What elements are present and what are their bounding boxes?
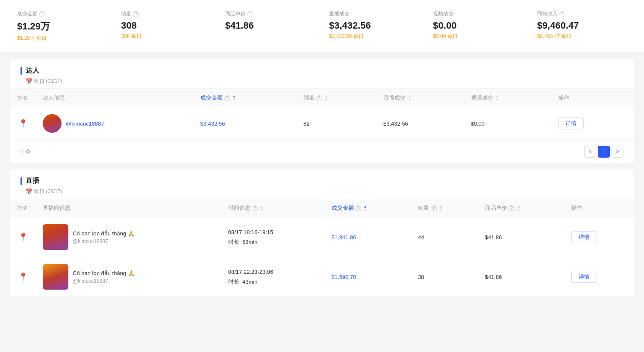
live-sales-0: 44: [418, 234, 424, 241]
live-col-amount[interactable]: 成交金额 ? ▲ ▼: [325, 199, 411, 217]
stat-sub-1: 308 每日: [121, 33, 211, 40]
talent-title-text: 达人: [26, 66, 39, 75]
talent-detail-btn-0[interactable]: 详情: [558, 117, 584, 129]
live-sort-icon-sales: ▲ ▼: [439, 205, 442, 212]
live-rank-cell-1: 📍: [10, 257, 36, 297]
live-detail-btn-0[interactable]: 详情: [571, 231, 597, 243]
table-row: 📍 @kimcuc18887 $3,432.56 82 $3,432.56 $0…: [10, 107, 634, 140]
live-col-info-time[interactable]: ?: [252, 205, 258, 211]
rank-cell-0: 📍: [10, 107, 36, 140]
talent-table: 排名达人信息成交金额 ? ▲ ▼ 销量 ? ▲ ▼ 直播成交 ▲ ▼ 视频成交 …: [10, 88, 634, 140]
live-info-0: Cô ban lọc đầu tháng 🙏 @kimcuc18887: [43, 224, 215, 250]
live-price-cell-1: $41.86: [478, 257, 565, 297]
stat-value-5: $9,460.47: [537, 20, 627, 31]
stat-sub-3: $3,432.56 每日: [329, 33, 419, 40]
live-username-0: @kimcuc18887: [73, 238, 135, 244]
live-action-cell-0: 详情: [565, 217, 634, 257]
talent-col-sales[interactable]: 销量 ? ▲ ▼: [297, 89, 376, 107]
stat-item-5: 商城收入 ? $9,460.47 $9,460.47 每日: [530, 7, 634, 45]
talent-page-1-btn[interactable]: 1: [598, 146, 610, 158]
stat-item-4: 视频成交 $0.00 $0.00 每日: [426, 7, 530, 45]
stat-value-1: 308: [121, 20, 211, 31]
stat-info-icon-5[interactable]: ?: [559, 11, 565, 17]
live-col-info-sales[interactable]: ?: [431, 205, 437, 211]
talent-amount-0: $3,432.56: [200, 120, 225, 127]
avatar-cell-0: @kimcuc18887: [43, 114, 187, 133]
live-time-cell-0: 08/17 18:16-19:15 时长: 58min: [221, 217, 325, 257]
talent-col-video_deal[interactable]: 视频成交 ▲ ▼: [464, 89, 552, 107]
live-action-cell-1: 详情: [565, 257, 634, 297]
talent-page-controls: < 1 >: [584, 146, 623, 158]
live-duration-0: 时长: 58min: [228, 237, 318, 247]
talent-pagination: 1 条 < 1 >: [10, 140, 634, 163]
talent-name-0[interactable]: @kimcuc18887: [66, 120, 104, 127]
live-col-info-amount[interactable]: ?: [355, 205, 361, 211]
stat-label-2: 商品单价 ?: [225, 10, 315, 18]
live-col-rank: 排名: [10, 199, 36, 217]
live-info-cell-1: Cô ban lọc đầu tháng 🙏 @kimcuc18887: [36, 257, 221, 297]
talent-section-title: 达人: [21, 66, 623, 75]
stat-info-icon-1[interactable]: ?: [133, 11, 139, 17]
live-price-0: $41.86: [485, 234, 502, 241]
live-name-0: Cô ban lọc đầu tháng 🙏: [73, 230, 135, 237]
stat-item-1: 销量 ? 308 308 每日: [114, 7, 218, 45]
live-rank-cell-0: 📍: [10, 217, 36, 257]
live-sort-icon-amount: ▲ ▼: [364, 205, 367, 212]
live-col-price[interactable]: 商品单价 ? ▲ ▼: [478, 199, 565, 217]
stat-item-3: 直播成交 $3,432.56 $3,432.56 每日: [322, 7, 426, 45]
talent-section: 达人 📅 昨日 (08/17) 排名达人信息成交金额 ? ▲ ▼ 销量 ? ▲ …: [10, 59, 634, 163]
stat-label-4: 视频成交: [433, 10, 523, 18]
avatar-0: [43, 114, 62, 133]
stat-info-icon-2[interactable]: ?: [247, 11, 253, 17]
talent-date-text: 昨日 (08/17): [34, 78, 62, 85]
sort-icon-sales: ▲ ▼: [324, 95, 328, 102]
talent-col-live_deal[interactable]: 直播成交 ▲ ▼: [376, 89, 464, 107]
col-info-amount[interactable]: ?: [224, 95, 230, 101]
talent-prev-btn[interactable]: <: [584, 146, 596, 158]
sort-icon-amount: ▲ ▼: [232, 95, 236, 102]
stat-label-5: 商城收入 ?: [537, 10, 627, 18]
live-col-time[interactable]: 时间信息 ? ▲ ▼: [221, 199, 325, 217]
stat-value-4: $0.00: [433, 20, 523, 31]
live-name-1: Cô ban lọc đầu tháng 🙏: [73, 270, 135, 276]
talent-col-rank: 排名: [10, 89, 36, 107]
stat-label-1: 销量 ?: [121, 10, 211, 18]
calendar-icon: 📅: [26, 78, 32, 85]
title-bar-icon: [21, 67, 22, 75]
live-price-1: $41.86: [485, 274, 502, 280]
live-detail-btn-1[interactable]: 详情: [571, 271, 597, 283]
live-title-text: 直播: [26, 176, 39, 185]
rank-gold-icon: 📍: [18, 119, 28, 128]
talent-total: 1 条: [21, 148, 31, 155]
stat-value-3: $3,432.56: [329, 20, 419, 31]
live-info-1: Cô ban lọc đầu tháng 🙏 @kimcuc18887: [43, 264, 215, 290]
talent-video-deal-cell-0: $0.00: [464, 107, 552, 140]
talent-next-btn[interactable]: >: [612, 146, 623, 158]
talent-col-amount[interactable]: 成交金额 ? ▲ ▼: [194, 89, 297, 107]
stat-info-icon-0[interactable]: ?: [39, 11, 45, 17]
live-col-sales[interactable]: 销量 ? ▲ ▼: [411, 199, 478, 217]
live-col-info-price[interactable]: ?: [509, 205, 515, 211]
stat-sub-5: $9,460.47 每日: [537, 33, 627, 40]
table-row: 📍 Cô ban lọc đầu tháng 🙏 @kimcuc18887 08…: [10, 257, 634, 297]
live-text-0: Cô ban lọc đầu tháng 🙏 @kimcuc18887: [73, 230, 135, 244]
stat-label-3: 直播成交: [329, 10, 419, 18]
table-row: 📍 Cô ban lọc đầu tháng 🙏 @kimcuc18887 08…: [10, 217, 634, 257]
live-duration-1: 时长: 43min: [228, 277, 318, 287]
stat-sub-4: $0.00 每日: [433, 33, 523, 40]
live-time-range-1: 08/17 22:23-23:06: [228, 267, 318, 277]
live-section-header: 直播 📅 昨日 (08/17): [10, 170, 634, 199]
talent-video-deal-0: $0.00: [471, 120, 485, 127]
live-avatar-1: [43, 264, 68, 290]
live-avatar-0: [43, 224, 68, 250]
live-price-cell-0: $41.86: [478, 217, 565, 257]
stat-value-2: $41.86: [225, 20, 315, 31]
col-info-sales[interactable]: ?: [316, 95, 322, 101]
talent-col-action: 操作: [551, 89, 634, 107]
live-col-info: 直播间信息: [36, 199, 221, 217]
live-time-0: 08/17 18:16-19:15 时长: 58min: [228, 227, 318, 247]
talent-live-deal-cell-0: $3,432.56: [376, 107, 464, 140]
talent-sales-0: 82: [303, 120, 309, 127]
live-time-cell-1: 08/17 22:23-23:06 时长: 43min: [221, 257, 325, 297]
live-rank-icon-1: 📍: [18, 273, 28, 281]
